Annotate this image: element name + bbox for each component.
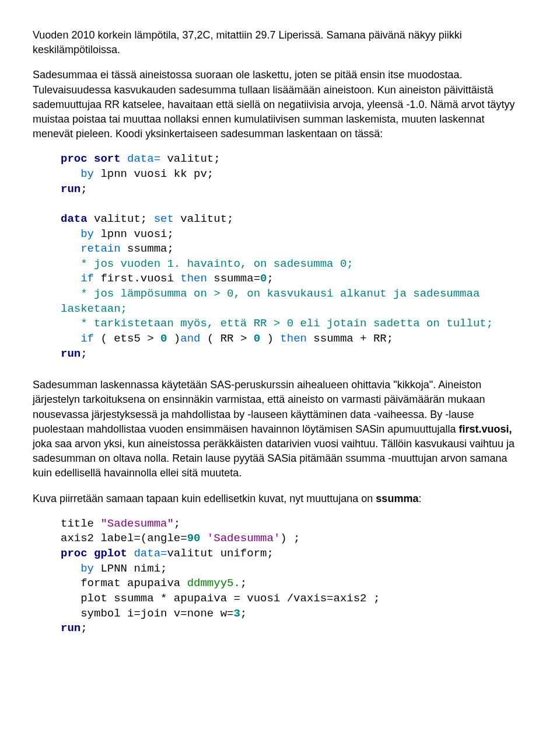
semi: ; [240,607,247,620]
opt-then: then [180,272,207,285]
opt-set: set [154,212,174,225]
opt-by: by [61,562,94,575]
text: Sadesumman laskennassa käytetään SAS-per… [33,379,485,435]
explain-paragraph-1: Sadesumman laskennassa käytetään SAS-per… [33,378,527,480]
explain-paragraph-2: Kuva piirretään samaan tapaan kuin edell… [33,492,527,506]
comment-line: lasketaan; [61,302,127,315]
id-valitut: valitut uniform; [167,547,273,560]
opt-if: if [61,332,94,345]
space [200,532,206,545]
opt-if: if [61,272,94,285]
kw-run: run [61,347,80,360]
text: : [418,493,421,504]
id-valitut: valitut; [88,212,154,225]
expr: ssumma + RR; [307,332,393,345]
opt-retain: retain [61,242,121,255]
kw-data: data [61,212,88,225]
assign: ssumma= [207,272,260,285]
kw-sort: sort [94,152,121,165]
stmt-title: title [61,517,100,530]
by-vars: LPNN nimi; [94,562,167,575]
num-zero: 0 [254,332,260,345]
opt-then: then [280,332,307,345]
expr: ) [167,332,180,345]
num-zero: 0 [160,332,167,345]
kw-proc: proc [61,547,88,560]
kw-gplot: gplot [88,547,127,560]
comment-line: * jos vuoden 1. havainto, on sadesumma 0… [61,257,354,270]
opt-data: data= [127,152,160,165]
comment-line: * jos lämpösumma on > 0, on kasvukausi a… [61,287,480,300]
num-90: 90 [187,532,201,545]
opt-by: by [61,228,94,241]
expr: ) [260,332,280,345]
id-valitut: valitut; [174,212,234,225]
comment-line: * tarkistetaan myös, että RR > 0 eli jot… [61,317,493,330]
opt-data: data= [127,547,167,560]
semi: ; [240,577,247,590]
text: Kuva piirretään samaan tapaan kuin edell… [33,493,376,504]
intro-paragraph-2: Sadesummaa ei tässä aineistossa suoraan … [33,68,527,141]
retain-var: ssumma; [121,242,174,255]
expr: ( ets5 > [94,332,160,345]
text: joka saa arvon yksi, kun aineistossa per… [33,438,514,479]
id-valitut: valitut; [160,152,220,165]
string-literal: "Sadesumma" [100,517,173,530]
bold-firstvuosi: first.vuosi, [459,423,512,435]
string-literal: 'Sadesumma' [207,532,280,545]
code-block-1: proc sort data= valitut; by lpnn vuosi k… [61,152,527,361]
semi: ; [267,272,273,285]
num-3: 3 [233,607,240,620]
kw-run: run [61,183,80,196]
format-name: ddmmyy5. [187,577,240,590]
stmt-format: format apupaiva [61,577,187,590]
stmt-plot: plot ssumma * apupaiva = vuosi /vaxis=ax… [61,592,380,605]
kw-run: run [61,622,80,635]
expr: first.vuosi [94,272,180,285]
semi: ; [174,517,180,530]
stmt-symbol: symbol i=join v=none w= [61,607,233,620]
bold-ssumma: ssumma [376,493,418,504]
num-zero: 0 [260,272,267,285]
intro-paragraph-1: Vuoden 2010 korkein lämpötila, 37,2C, mi… [33,28,527,57]
code-block-2: title "Sadesumma"; axis2 label=(angle=90… [61,517,527,636]
stmt-axis: axis2 label=(angle= [61,532,187,545]
opt-by: by [61,168,94,180]
kw-proc: proc [61,152,88,165]
by-vars: lpnn vuosi; [94,228,174,241]
by-vars: lpnn vuosi kk pv; [94,168,214,180]
expr: ( RR > [200,332,253,345]
opt-and: and [180,332,200,345]
close: ) ; [280,532,300,545]
